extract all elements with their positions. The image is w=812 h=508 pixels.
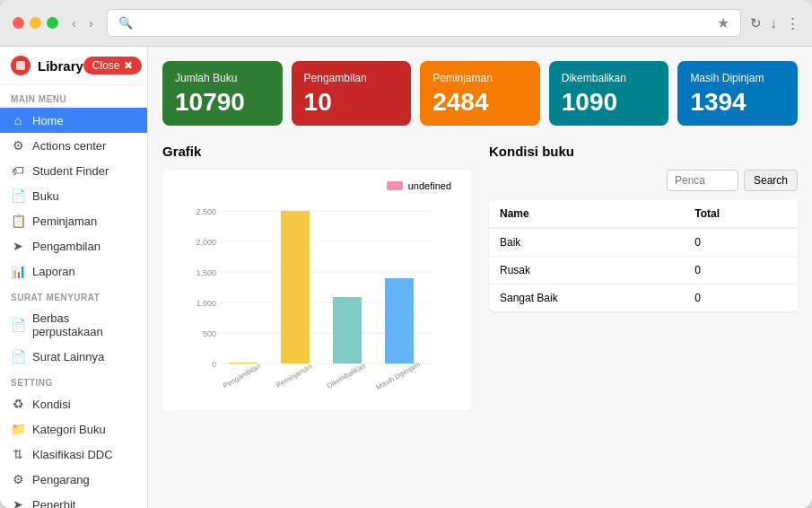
pengambilan-icon: ➤: [11, 239, 25, 253]
kondisi-total: 0: [684, 228, 798, 257]
kondisi-search-button[interactable]: Search: [744, 170, 798, 191]
bar-pengambilan: [229, 363, 258, 363]
traffic-lights: [13, 17, 58, 29]
sidebar-item-kategori[interactable]: 📁 Kategori Buku: [0, 416, 147, 442]
sidebar-item-label: Kategori Buku: [32, 423, 106, 436]
sidebar-item-surat-lainnya[interactable]: 📄 Surat Lainnya: [0, 344, 147, 369]
minimize-traffic-light[interactable]: [30, 17, 41, 29]
sidebar-item-label: Student Finder: [32, 164, 109, 178]
stat-value-peminjaman: 2484: [432, 90, 528, 115]
close-label: Close: [92, 59, 120, 72]
main-menu-label: MAIN MENU: [0, 85, 147, 108]
penerbit-icon: ➤: [11, 497, 25, 508]
pengarang-icon: ⚙: [11, 472, 25, 486]
stat-value-pengambilan: 10: [304, 90, 399, 115]
chart-area: undefined 2,500 2,000 1,500 1,000 500 0: [162, 170, 471, 410]
reload-button[interactable]: ↻: [750, 15, 762, 31]
app-logo: [11, 56, 31, 75]
sidebar-item-actions-center[interactable]: ⚙ Actions center: [0, 133, 147, 158]
chart-svg: 2,500 2,000 1,500 1,000 500 0: [173, 198, 460, 396]
stat-card-dikembalikan: Dikembalikan 1090: [549, 61, 669, 126]
sidebar-item-peminjaman[interactable]: 📋 Peminjaman: [0, 208, 147, 233]
maximize-traffic-light[interactable]: [47, 17, 58, 29]
browser-toolbar: ‹ › 🔍 ★ ↻ ↓ ⋮: [0, 0, 812, 47]
sidebar-item-klasifikasi[interactable]: ⇅ Klasifikasi DDC: [0, 442, 147, 467]
kondisi-search-input[interactable]: [667, 170, 738, 191]
nav-buttons: ‹ ›: [67, 13, 98, 32]
kondisi-table: Name Total Baik 0 Rusak 0 Sangat Baik 0: [489, 200, 798, 311]
surat-label: SURAT MENYURAT: [0, 284, 147, 306]
bookmark-icon[interactable]: ★: [717, 14, 729, 31]
col-name: Name: [489, 200, 684, 228]
chart-legend: undefined: [173, 180, 460, 191]
sidebar: Library Close ✖ MAIN MENU ⌂ Home ⚙ Actio…: [0, 47, 148, 508]
bottom-section: Grafik undefined 2,500 2,000 1,500 1,: [162, 144, 798, 410]
stat-label-dikembalikan: Dikembalikan: [562, 72, 657, 84]
kondisi-total: 0: [684, 285, 798, 312]
bar-dikembalikan: [333, 297, 362, 363]
toolbar-actions: ↻ ↓ ⋮: [750, 15, 800, 31]
stat-card-jumlah-buku: Jumlah Buku 10790: [162, 61, 283, 126]
browser-window: ‹ › 🔍 ★ ↻ ↓ ⋮ L: [0, 0, 812, 508]
stat-label-jumlah-buku: Jumlah Buku: [175, 72, 270, 84]
app-title: Library: [38, 58, 83, 74]
svg-text:2,000: 2,000: [196, 238, 216, 247]
sidebar-item-student-finder[interactable]: 🏷 Student Finder: [0, 158, 147, 183]
close-button[interactable]: Close ✖: [83, 57, 142, 74]
stat-value-dikembalikan: 1090: [562, 90, 657, 115]
stat-value-jumlah-buku: 10790: [175, 90, 270, 115]
svg-text:Masih Dipinjam: Masih Dipinjam: [375, 360, 422, 391]
sidebar-item-pengambilan[interactable]: ➤ Pengambilan: [0, 233, 147, 258]
sidebar-item-label: Peminjaman: [32, 215, 97, 228]
kondisi-section: Kondisi buku Search Name Total: [489, 144, 798, 410]
sidebar-item-buku[interactable]: 📄 Buku: [0, 183, 147, 208]
url-input[interactable]: [140, 16, 710, 30]
kondisi-name: Baik: [489, 228, 684, 257]
setting-label: SETTING: [0, 369, 147, 391]
svg-text:Pengambilan: Pengambilan: [222, 362, 262, 390]
sidebar-item-label: Klasifikasi DDC: [32, 448, 113, 461]
svg-text:Dikembalikan: Dikembalikan: [326, 362, 367, 390]
download-button[interactable]: ↓: [771, 15, 778, 31]
chart-section: Grafik undefined 2,500 2,000 1,500 1,: [162, 144, 471, 410]
student-icon: 🏷: [11, 163, 25, 178]
bar-peminjaman: [281, 211, 310, 363]
sidebar-item-label: Penerbit: [32, 498, 75, 509]
sidebar-item-penerbit[interactable]: ➤ Penerbit: [0, 492, 147, 508]
legend-label: undefined: [408, 180, 451, 191]
svg-text:1,000: 1,000: [196, 299, 216, 308]
sidebar-item-kondisi[interactable]: ♻ Kondisi: [0, 391, 147, 416]
menu-button[interactable]: ⋮: [786, 15, 799, 31]
sidebar-item-pengarang[interactable]: ⚙ Pengarang: [0, 467, 147, 492]
kondisi-icon: ♻: [11, 397, 25, 411]
kondisi-controls: Search: [489, 170, 798, 191]
home-icon: ⌂: [11, 113, 25, 127]
legend-dot: [387, 181, 403, 190]
back-button[interactable]: ‹: [67, 13, 81, 32]
sidebar-item-label: Kondisi: [32, 398, 71, 411]
buku-icon: 📄: [11, 188, 25, 203]
actions-icon: ⚙: [11, 138, 25, 153]
close-traffic-light[interactable]: [13, 17, 24, 29]
berbas-icon: 📄: [11, 318, 25, 332]
table-row: Sangat Baik 0: [489, 285, 798, 312]
table-header-row: Name Total: [489, 200, 798, 228]
stat-label-pengambilan: Pengambilan: [304, 72, 399, 84]
app-content: Library Close ✖ MAIN MENU ⌂ Home ⚙ Actio…: [0, 47, 812, 508]
address-bar: 🔍 ★: [107, 9, 741, 37]
forward-button[interactable]: ›: [84, 13, 98, 32]
sidebar-item-label: Berbas perpustakaan: [32, 311, 136, 338]
sidebar-item-label: Pengarang: [32, 473, 90, 486]
svg-text:500: 500: [203, 329, 216, 338]
close-x-icon: ✖: [124, 59, 133, 72]
app-header: Library Close ✖: [0, 47, 147, 85]
sidebar-item-label: Pengambilan: [32, 240, 100, 253]
kondisi-name: Rusak: [489, 257, 684, 285]
sidebar-item-home[interactable]: ⌂ Home: [0, 108, 147, 133]
kondisi-title: Kondisi buku: [489, 144, 798, 159]
svg-rect-0: [16, 61, 25, 70]
sidebar-item-label: Buku: [32, 189, 59, 203]
kondisi-total: 0: [684, 257, 798, 285]
sidebar-item-laporan[interactable]: 📊 Laporan: [0, 258, 147, 284]
sidebar-item-berbas[interactable]: 📄 Berbas perpustakaan: [0, 306, 147, 344]
